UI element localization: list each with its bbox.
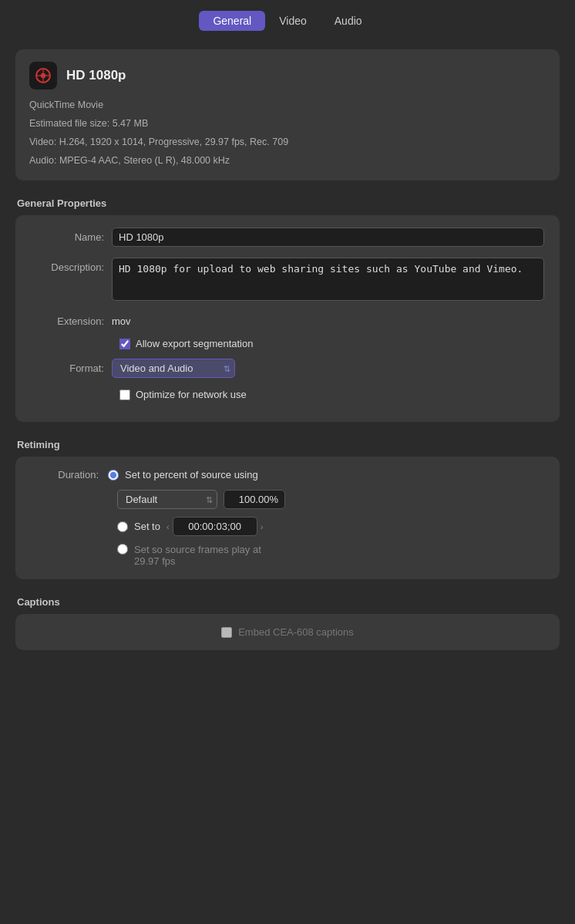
timecode-chevron-down[interactable]: ‹: [166, 522, 170, 531]
format-row: Format: Video and Audio Video Only Audio…: [31, 359, 544, 378]
description-row: Description: HD 1080p for upload to web …: [31, 258, 544, 301]
timecode-wrapper: ‹ ›: [166, 517, 263, 536]
radio-percent-label[interactable]: Set to percent of source using: [125, 469, 258, 481]
radio-frames-label-line1: Set so source frames play at: [134, 544, 261, 555]
default-dropdown-row: Default: [117, 490, 544, 509]
retiming-panel: Duration: Set to percent of source using…: [15, 457, 560, 579]
extension-row: Extension: mov: [31, 312, 544, 327]
format-select-wrapper: Video and Audio Video Only Audio Only: [112, 359, 235, 378]
duration-label: Duration:: [31, 469, 108, 481]
tab-video[interactable]: Video: [265, 11, 321, 31]
timecode-input[interactable]: [173, 517, 257, 536]
name-label: Name:: [31, 228, 112, 243]
name-input[interactable]: [112, 228, 544, 247]
radio-set-to-label[interactable]: Set to: [134, 521, 160, 532]
general-properties-panel: Name: Description: HD 1080p for upload t…: [15, 215, 560, 422]
embed-captions-label: Embed CEA-608 captions: [238, 626, 354, 638]
set-to-row: Set to ‹ ›: [117, 517, 544, 536]
format-dropdown[interactable]: Video and Audio Video Only Audio Only: [112, 359, 235, 378]
quicktime-icon: [29, 62, 57, 89]
captions-panel: Embed CEA-608 captions: [15, 614, 560, 650]
extension-label: Extension:: [31, 312, 112, 327]
captions-section-label: Captions: [15, 596, 560, 608]
optimize-checkbox[interactable]: [119, 389, 130, 400]
description-label: Description:: [31, 258, 112, 273]
tab-bar: General Video Audio: [0, 0, 575, 42]
captions-checkbox-row: Embed CEA-608 captions: [31, 626, 544, 638]
embed-captions-checkbox: [221, 627, 232, 638]
radio-frames-label-line2: 29.97 fps: [134, 555, 261, 567]
percent-input[interactable]: [224, 490, 285, 509]
info-card: HD 1080p QuickTime Movie Estimated file …: [15, 49, 560, 180]
default-select-wrapper: Default: [117, 490, 217, 509]
tab-general[interactable]: General: [199, 11, 265, 31]
optimize-label[interactable]: Optimize for network use: [136, 389, 247, 400]
extension-value: mov: [112, 312, 131, 327]
tab-audio[interactable]: Audio: [321, 11, 376, 31]
default-dropdown[interactable]: Default: [117, 490, 217, 509]
set-frames-row: Set so source frames play at 29.97 fps: [117, 544, 544, 567]
retiming-section-label: Retiming: [15, 439, 560, 450]
general-properties-section-label: General Properties: [15, 197, 560, 209]
info-card-header: HD 1080p: [29, 62, 546, 89]
info-line-4: Audio: MPEG-4 AAC, Stereo (L R), 48.000 …: [29, 153, 546, 168]
radio-frames[interactable]: [117, 544, 128, 555]
info-line-3: Video: H.264, 1920 x 1014, Progressive, …: [29, 134, 546, 150]
timecode-chevron-up[interactable]: ›: [261, 522, 264, 531]
main-content: HD 1080p QuickTime Movie Estimated file …: [0, 42, 575, 683]
description-input[interactable]: HD 1080p for upload to web sharing sites…: [112, 258, 544, 301]
name-row: Name:: [31, 228, 544, 247]
allow-export-label[interactable]: Allow export segmentation: [136, 338, 253, 349]
optimize-row: Optimize for network use: [119, 389, 544, 400]
info-line-2: Estimated file size: 5.47 MB: [29, 116, 546, 131]
info-line-1: QuickTime Movie: [29, 97, 546, 113]
duration-row: Duration: Set to percent of source using: [31, 469, 544, 481]
allow-export-checkbox[interactable]: [119, 339, 130, 349]
allow-export-row: Allow export segmentation: [119, 338, 544, 349]
radio-set-to[interactable]: [117, 521, 128, 532]
info-card-title: HD 1080p: [66, 68, 126, 83]
format-label: Format:: [31, 359, 112, 374]
radio-percent[interactable]: [108, 470, 119, 481]
